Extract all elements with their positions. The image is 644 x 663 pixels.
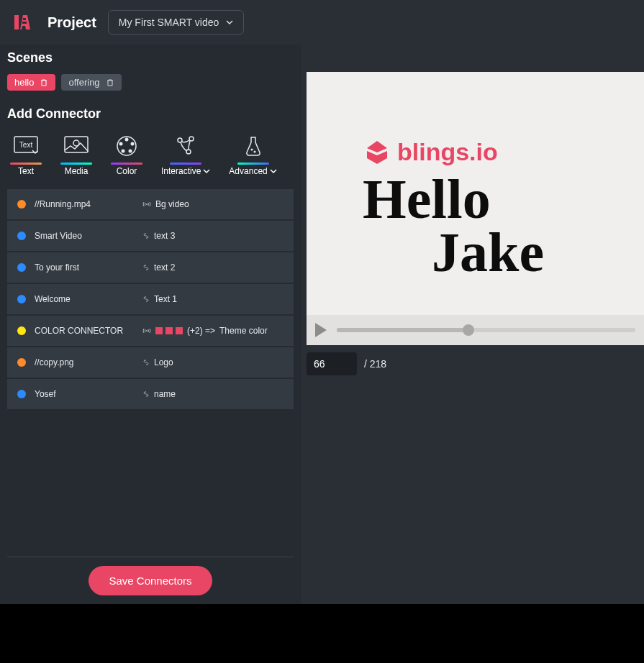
player-controls (307, 315, 644, 345)
project-dropdown[interactable]: My First SMART video (108, 10, 245, 35)
brand-icon (363, 138, 391, 167)
connector-row[interactable]: Welcome Text 1 (7, 284, 294, 314)
connector-target: text 2 (142, 262, 175, 273)
hero-line2: Jake (363, 226, 644, 279)
trash-icon[interactable] (40, 78, 48, 87)
connector-type-label: Interactive (161, 166, 210, 176)
svg-point-16 (253, 151, 255, 153)
link-icon (142, 390, 150, 398)
interactive-icon (170, 130, 201, 162)
broadcast-icon (142, 201, 151, 208)
connector-target: Logo (142, 357, 173, 367)
hero-text: Hello Jake (363, 173, 644, 279)
status-dot (17, 295, 26, 303)
connector-row[interactable]: //copy.png Logo (7, 347, 294, 378)
broadcast-icon (142, 327, 151, 334)
seek-fill (337, 328, 468, 332)
link-icon (142, 264, 150, 271)
play-button[interactable] (315, 323, 327, 337)
connector-type-media[interactable]: Media (60, 130, 92, 176)
connector-type-color[interactable]: Color (111, 130, 142, 176)
brand-text: blings.io (397, 138, 498, 166)
svg-point-8 (131, 142, 135, 146)
connector-row[interactable]: Yosef name (7, 379, 294, 409)
connector-type-label: Text (18, 166, 34, 176)
connector-row[interactable]: Smart Video text 3 (7, 221, 294, 251)
preview-area: blings.io Hello Jake / 218 (301, 0, 644, 604)
connector-type-advanced[interactable]: Advanced (229, 130, 276, 176)
sidebar: Scenes hello offering Add Connector Text… (0, 0, 301, 604)
project-name: My First SMART video (119, 17, 219, 28)
scene-tag-label: offering (68, 77, 99, 88)
connector-name: //copy.png (35, 357, 142, 367)
scenes-title: Scenes (7, 50, 294, 65)
svg-point-10 (122, 150, 125, 153)
trash-icon[interactable] (106, 78, 114, 87)
chevron-down-icon (270, 168, 277, 175)
save-connectors-button[interactable]: Save Connectors (89, 566, 212, 595)
chevron-down-icon (226, 19, 233, 26)
status-dot (17, 200, 26, 209)
connector-type-text[interactable]: Text Text (10, 130, 42, 176)
scene-tag-label: hello (14, 77, 34, 88)
connector-row[interactable]: //Running.mp4 Bg video (7, 189, 294, 219)
scene-tags: hello offering (7, 74, 294, 91)
project-label: Project (47, 14, 96, 31)
connector-row[interactable]: COLOR CONNECTOR (+2) => Theme color (7, 316, 294, 346)
link-icon (142, 296, 150, 303)
svg-point-17 (146, 204, 148, 205)
svg-point-11 (129, 150, 132, 153)
connector-name: COLOR CONNECTOR (35, 326, 142, 336)
color-icon (111, 130, 142, 162)
seek-track[interactable] (337, 328, 635, 332)
connector-list: //Running.mp4 Bg video Smart Video text … (7, 189, 294, 548)
svg-point-7 (125, 138, 129, 142)
video-preview: blings.io Hello Jake (307, 72, 644, 345)
connector-name: Smart Video (35, 231, 142, 241)
connector-type-label: Advanced (229, 166, 276, 176)
add-connector-title: Add Connector (7, 106, 294, 122)
svg-point-9 (119, 142, 123, 146)
scene-tag-hello[interactable]: hello (7, 74, 55, 91)
svg-point-14 (186, 150, 191, 154)
svg-point-18 (146, 330, 148, 332)
connector-type-label: Media (65, 166, 89, 176)
connector-type-label: Color (117, 166, 137, 176)
app-header: Project My First SMART video (0, 0, 644, 45)
divider (7, 557, 294, 557)
status-dot (17, 232, 26, 240)
connector-target: Text 1 (142, 294, 177, 304)
brand-logo: blings.io (363, 138, 644, 167)
status-dot (17, 358, 26, 367)
svg-rect-1 (22, 22, 27, 24)
svg-text:Text: Text (19, 141, 33, 149)
status-dot (17, 390, 26, 398)
connector-target: Bg video (142, 199, 189, 209)
connector-types: Text Text Media Color (7, 130, 294, 176)
svg-point-15 (250, 149, 253, 151)
connector-name: Welcome (35, 294, 142, 304)
chevron-down-icon (203, 168, 210, 175)
svg-rect-4 (65, 137, 88, 152)
connector-target: (+2) => Theme color (142, 326, 268, 336)
total-frames: / 218 (364, 358, 386, 370)
media-icon (60, 130, 92, 162)
connector-type-interactive[interactable]: Interactive (161, 130, 210, 176)
frame-counter: / 218 (307, 352, 644, 375)
link-icon (142, 359, 150, 366)
seek-handle[interactable] (463, 324, 474, 336)
connector-name: Yosef (35, 389, 142, 399)
svg-rect-0 (23, 18, 26, 20)
advanced-icon (237, 130, 269, 162)
color-swatches (155, 327, 183, 334)
connector-row[interactable]: To your first text 2 (7, 252, 294, 283)
status-dot (17, 326, 26, 335)
svg-point-13 (189, 137, 194, 141)
link-icon (142, 232, 150, 239)
text-icon: Text (10, 130, 42, 162)
status-dot (17, 263, 26, 272)
scene-tag-offering[interactable]: offering (61, 74, 121, 91)
current-frame-input[interactable] (307, 352, 357, 375)
connector-target: name (142, 389, 176, 399)
app-logo-icon (10, 9, 36, 35)
